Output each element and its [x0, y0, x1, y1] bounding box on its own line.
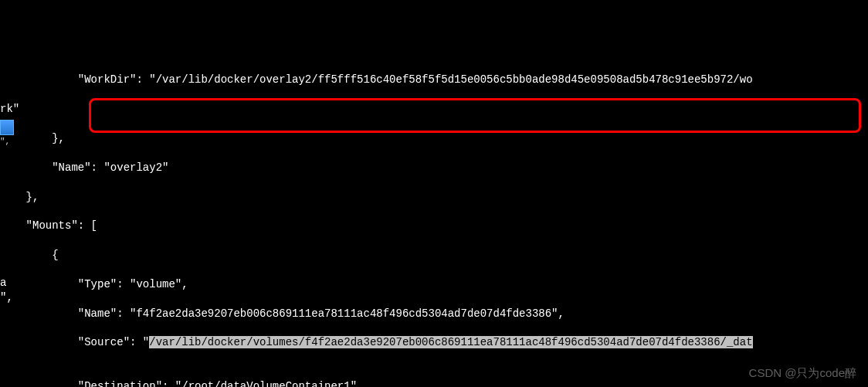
json-line: "Destination": "/root/dataVolumeContaine…	[0, 379, 868, 387]
json-line-source: "Source": "/var/lib/docker/volumes/f4f2a…	[0, 335, 868, 350]
json-line: "Name": "overlay2"	[0, 161, 868, 175]
json-line: "Mounts": [	[0, 219, 868, 233]
json-line: rk"	[0, 102, 868, 117]
selected-path[interactable]: /var/lib/docker/volumes/f4f2ae2da3e9207e…	[149, 336, 752, 348]
json-line: "Name": "f4f2ae2da3e9207eb006c869111ea78…	[0, 307, 868, 321]
json-line: },	[0, 131, 868, 146]
source-prefix: "Source": "	[0, 336, 149, 348]
left-fragment-text: ",	[0, 290, 13, 305]
json-line: },	[0, 190, 868, 205]
json-line: "WorkDir": "/var/lib/docker/overlay2/ff5…	[0, 73, 868, 87]
json-line: {	[0, 248, 868, 263]
taskbar-app-icon[interactable]	[0, 120, 14, 135]
terminal-output[interactable]: "WorkDir": "/var/lib/docker/overlay2/ff5…	[0, 59, 868, 387]
left-fragment-text: a	[0, 276, 6, 290]
left-fragment-text: ",	[0, 136, 10, 148]
json-line: "Type": "volume",	[0, 277, 868, 292]
csdn-watermark: CSDN @只为code醉	[749, 365, 856, 381]
